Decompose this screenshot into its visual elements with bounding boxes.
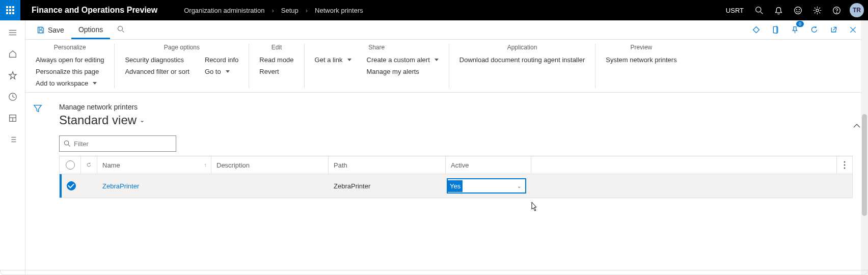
svg-point-41 [844,164,846,166]
search-icon [117,25,125,33]
read-mode[interactable]: Read mode [259,55,293,65]
app-launcher[interactable] [0,0,20,20]
ribbon-group-application: Application Download document routing ag… [449,44,595,88]
office-button[interactable] [768,23,782,37]
svg-point-16 [836,12,837,13]
active-dropdown[interactable]: Yes ⌄ [447,178,526,194]
filter-input-wrap[interactable] [59,135,176,152]
svg-rect-8 [12,12,14,14]
nav-favorites-button[interactable] [8,70,18,80]
ribbon-group-title: Share [315,44,439,51]
workspaces-icon [8,114,17,123]
popout-button[interactable] [826,23,840,37]
ribbon-group-page-options: Page options Security diagnostics Advanc… [115,44,249,88]
cell-name[interactable]: ZebraPrinter [97,174,211,198]
breadcrumb-item[interactable]: Setup [281,7,299,14]
breadcrumb-item[interactable]: Network printers [315,7,363,14]
svg-rect-31 [39,30,42,33]
attachments-button[interactable] [749,23,763,37]
cell-active[interactable]: Yes ⌄ [446,174,531,198]
row-select[interactable] [62,174,81,198]
add-to-workspace[interactable]: Add to workspace [36,78,104,88]
list-icon [8,135,17,144]
filter-pane-toggle[interactable] [25,93,50,275]
scrollbar-thumb[interactable] [862,114,867,216]
column-header-name[interactable]: Name↑ [97,156,211,174]
ribbon-group-share: Share Get a link Create a custom alert M… [305,44,449,88]
svg-line-39 [68,145,70,147]
advanced-filter[interactable]: Advanced filter or sort [125,67,189,76]
chevron-right-icon: › [272,7,274,14]
search-button[interactable] [750,0,768,20]
ribbon-group-preview: Preview System network printers [595,44,687,88]
page-subtitle: Manage network printers [59,103,853,111]
cell-description[interactable] [211,174,329,198]
nav-recent-button[interactable] [8,92,18,102]
nav-home-button[interactable] [8,49,18,59]
always-open-editing[interactable]: Always open for editing [36,55,104,65]
manage-alerts[interactable]: Manage my alerts [367,67,439,76]
custom-alert-label: Create a custom alert [367,56,430,64]
go-to[interactable]: Go to [205,67,238,76]
save-button[interactable]: Save [32,23,69,37]
chevron-down-icon: ⌄ [517,183,525,189]
checkmark-icon [67,181,76,190]
svg-rect-7 [9,12,11,14]
column-header-description[interactable]: Description [211,156,329,174]
cell-path[interactable]: ZebraPrinter [329,174,446,198]
nav-workspaces-button[interactable] [8,113,18,123]
revert[interactable]: Revert [259,67,293,76]
get-link[interactable]: Get a link [315,55,351,65]
create-custom-alert[interactable]: Create a custom alert [367,55,439,65]
home-icon [8,49,17,59]
system-network-printers[interactable]: System network printers [606,55,676,65]
select-all[interactable] [60,156,81,174]
grid-options-button[interactable] [837,156,852,174]
table-row[interactable]: ZebraPrinter ZebraPrinter Yes ⌄ [60,174,852,198]
pin-button[interactable]: 0 [788,23,802,37]
star-icon [8,71,17,80]
settings-button[interactable] [808,0,826,20]
refresh-button[interactable] [807,23,821,37]
column-header-active[interactable]: Active [446,156,531,174]
left-nav [0,20,25,275]
nav-modules-button[interactable] [8,134,18,145]
breadcrumb-item[interactable]: Organization administration [184,7,264,14]
app-title: Finance and Operations Preview [20,6,169,15]
notifications-button[interactable] [769,0,788,20]
svg-rect-6 [6,12,8,14]
notification-badge: 0 [796,21,804,27]
view-selector[interactable]: Standard view ⌄ [59,113,853,127]
filter-input[interactable] [74,140,172,148]
svg-rect-5 [12,9,14,11]
security-diagnostics[interactable]: Security diagnostics [125,55,189,65]
save-icon [37,26,45,34]
record-info[interactable]: Record info [205,55,238,65]
waffle-icon [6,6,14,14]
content: Manage network printers Standard view ⌄ … [50,93,868,275]
collapse-ribbon-button[interactable] [853,122,861,130]
breadcrumb: Organization administration › Setup › Ne… [169,7,363,14]
personalize-page[interactable]: Personalize this page [36,67,104,76]
svg-point-32 [118,26,123,31]
ribbon-group-title: Edit [259,44,293,51]
diamond-icon [752,25,761,34]
close-icon [849,25,857,34]
action-search-button[interactable] [112,22,130,38]
company-code[interactable]: USRT [726,7,749,14]
column-header-path[interactable]: Path [329,156,446,174]
ribbon-group-personalize: Personalize Always open for editing Pers… [34,44,115,88]
feedback-button[interactable] [789,0,807,20]
column-header-extra [531,156,837,174]
grid: Name↑ Description Path Active ZebraPrint… [59,156,853,198]
nav-menu-button[interactable] [8,28,18,38]
close-button[interactable] [846,23,860,37]
pin-icon [791,25,799,34]
svg-rect-3 [6,9,8,11]
tab-options[interactable]: Options [71,21,110,39]
help-button[interactable] [827,0,846,20]
refresh-column[interactable] [81,156,97,174]
download-installer[interactable]: Download document routing agent installe… [459,55,585,65]
sort-asc-icon: ↑ [204,162,207,168]
avatar[interactable]: TR [850,3,864,17]
